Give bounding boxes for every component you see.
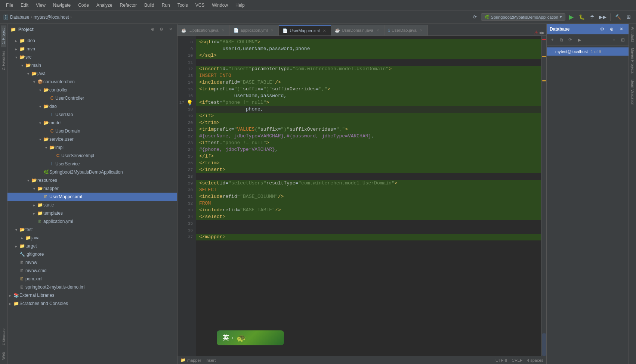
tab-scroll-right[interactable]: ▶ — [542, 31, 545, 35]
tab-close-yml[interactable]: ✕ — [269, 28, 275, 33]
panel-close-btn[interactable]: ✕ — [167, 26, 174, 33]
coverage-button[interactable]: ☂ — [588, 13, 597, 22]
tree-item-scratches[interactable]: ▸📁Scratches and Consoles — [7, 299, 177, 308]
tree-item-templates[interactable]: ▸📁templates — [7, 209, 177, 217]
tree-item-mvnw.cmd[interactable]: 🗎mvnw.cmd — [7, 267, 177, 275]
side-tab-project[interactable]: 1: Project — [1, 25, 6, 47]
tree-item-UserDao[interactable]: IUserDao — [7, 111, 177, 119]
line-number: 35 — [185, 221, 193, 226]
code-area[interactable]: <sql id="BASE_COLUMN"> userId,userName,p… — [196, 36, 541, 356]
menu-vcs[interactable]: VCS — [192, 2, 208, 9]
gutter-line-27: 27 — [177, 167, 196, 173]
tree-item-UserDomain[interactable]: CUserDomain — [7, 127, 177, 135]
tree-item-java[interactable]: ▾📂java — [7, 69, 177, 78]
run-config-selector[interactable]: 🌿 Springboot2MybatisDemoApplication ▾ — [481, 13, 565, 21]
tree-item-test-java[interactable]: ▸📁java — [7, 234, 177, 242]
tree-item-UserController[interactable]: CUserController — [7, 94, 177, 102]
tree-item-test[interactable]: ▾📂test — [7, 225, 177, 234]
tree-name: java — [31, 235, 40, 240]
build-button[interactable]: 🔨 — [614, 13, 623, 22]
tab-usermapper-xml[interactable]: 📄 UserMapper.xml ✕ — [279, 25, 331, 35]
tree-item-com.winterchen[interactable]: ▾📦com.winterchen — [7, 78, 177, 86]
db-add-btn[interactable]: + — [548, 36, 556, 44]
tree-item-model[interactable]: ▾📂model — [7, 119, 177, 127]
menu-navigate[interactable]: Navigate — [50, 2, 74, 9]
tree-item-mapper[interactable]: ▾📂mapper — [7, 184, 177, 193]
sync-btn[interactable]: ⟳ — [470, 13, 479, 22]
scroll-thumb[interactable] — [542, 333, 546, 356]
db-layout-btn[interactable]: ⊞ — [619, 36, 627, 44]
tab-close-domain[interactable]: ✕ — [375, 28, 380, 33]
menu-help[interactable]: Help — [232, 2, 248, 9]
db-connection-item[interactable]: 🗄 mytest@localhost 1 of 9 — [547, 47, 629, 56]
run-button[interactable]: ▶ — [567, 13, 576, 22]
tree-item-UserService[interactable]: IUserService — [7, 160, 177, 168]
vert-tab-maven[interactable]: Maven Projects — [630, 45, 635, 77]
menu-build[interactable]: Build — [141, 2, 157, 9]
code-line-14: <include refid="BASE_TABLE"/> — [196, 79, 541, 86]
tree-name: target — [25, 243, 37, 249]
tree-item-UserServiceImpl[interactable]: CUserServiceImpl — [7, 152, 177, 160]
db-settings-btn[interactable]: ⚙ — [598, 25, 606, 33]
tree-item-src[interactable]: ▾📂src — [7, 53, 177, 61]
tree-item-mvnw[interactable]: 🗎mvnw — [7, 258, 177, 267]
menu-file[interactable]: File — [3, 2, 16, 9]
panel-expand-btn[interactable]: ⊕ — [149, 26, 156, 33]
tree-item-main[interactable]: ▾📂main — [7, 61, 177, 69]
tree-item-.gitignore[interactable]: 🔧.gitignore — [7, 250, 177, 258]
menu-run[interactable]: Run — [159, 2, 173, 9]
menu-refactor[interactable]: Refactor — [117, 2, 140, 9]
menu-code[interactable]: Code — [75, 2, 92, 9]
maximize-button[interactable]: ⊞ — [624, 13, 633, 22]
tree-item-target[interactable]: ▸📁target — [7, 242, 177, 250]
db-copy-btn[interactable]: ⧉ — [557, 36, 565, 44]
tab-application-java[interactable]: ☕ …pplication.java ✕ — [177, 25, 230, 35]
status-indent[interactable]: 4 spaces — [527, 358, 543, 363]
db-sync-btn[interactable]: ⟳ — [566, 36, 574, 44]
tab-application-yml[interactable]: 📄 application.yml ✕ — [230, 25, 279, 35]
tree-item-pom.xml[interactable]: 🗎pom.xml — [7, 275, 177, 283]
tab-userdao-java[interactable]: ℹ UserDao.java ✕ — [385, 25, 428, 35]
tree-item-external-libs[interactable]: ▸📚External Libraries — [7, 291, 177, 299]
db-refresh-btn[interactable]: ⊕ — [608, 25, 616, 33]
tree-item-mvn[interactable]: ▸📁.mvn — [7, 45, 177, 53]
tab-scroll-left[interactable]: ◀ — [539, 31, 542, 35]
side-tab-web[interactable]: Web — [1, 349, 6, 363]
tree-item-service.user[interactable]: ▾📂service.user — [7, 135, 177, 143]
menu-edit[interactable]: Edit — [18, 2, 31, 9]
tree-item-dao[interactable]: ▾📂dao — [7, 102, 177, 111]
tree-item-UserMapper.xml[interactable]: 🗎UserMapper.xml — [7, 193, 177, 201]
side-tab-structure[interactable]: Z-Structure — [1, 326, 6, 348]
tree-item-idea[interactable]: ▸📁.idea — [7, 37, 177, 45]
menu-window[interactable]: Window — [209, 2, 231, 9]
tab-close-java[interactable]: ✕ — [220, 28, 226, 33]
tree-item-Springboot2MybatisDemoApplication[interactable]: 🌿Springboot2MybatisDemoApplication — [7, 168, 177, 176]
vert-tab-bean[interactable]: Bean Validation — [630, 77, 635, 108]
menu-analyze[interactable]: Analyze — [93, 2, 115, 9]
tab-userdomain-java[interactable]: ☕ UserDomain.java ✕ — [331, 25, 385, 35]
more-run-button[interactable]: ▶▶ — [598, 13, 607, 22]
tree-item-controller[interactable]: ▾📂controller — [7, 86, 177, 94]
debug-button[interactable]: 🐛 — [577, 13, 586, 22]
menu-view[interactable]: View — [33, 2, 49, 9]
tree-item-resources[interactable]: ▾📂resources — [7, 176, 177, 184]
tree-item-impl[interactable]: ▾📂impl — [7, 143, 177, 152]
status-cursor[interactable]: insert — [206, 358, 216, 363]
side-tab-favorites[interactable]: 2: Favorites — [1, 48, 6, 73]
tree-item-springboot2-mybatis-demo.iml[interactable]: 🗎springboot2-mybatis-demo.iml — [7, 283, 177, 291]
tree-item-static[interactable]: ▸📁static — [7, 201, 177, 209]
panel-settings-btn[interactable]: ⚙ — [158, 26, 165, 33]
tree-item-application.yml[interactable]: 🗎application.yml — [7, 217, 177, 225]
editor-scrollbar[interactable] — [541, 36, 546, 356]
tab-close-dao[interactable]: ✕ — [419, 28, 424, 33]
db-filter-btn[interactable]: ≡ — [610, 36, 618, 44]
db-query-btn[interactable]: ▶ — [575, 36, 583, 44]
tab-close-xml[interactable]: ✕ — [322, 28, 327, 33]
vert-tab-antbuild[interactable]: Ant Build — [630, 24, 635, 45]
db-close-btn[interactable]: ✕ — [617, 25, 626, 33]
status-line-sep[interactable]: CRLF — [512, 358, 522, 363]
menu-tools[interactable]: Tools — [175, 2, 191, 9]
panel-actions: ⊕ ⚙ ✕ — [149, 26, 174, 33]
tree-name: UserController — [55, 96, 84, 101]
status-encoding[interactable]: UTF-8 — [495, 358, 507, 363]
